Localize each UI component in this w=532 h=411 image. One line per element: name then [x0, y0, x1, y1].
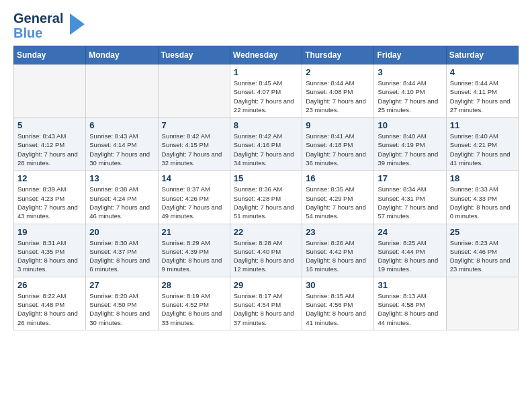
calendar-cell: 29Sunrise: 8:17 AMSunset: 4:54 PMDayligh… — [230, 277, 302, 330]
calendar-cell: 31Sunrise: 8:13 AMSunset: 4:58 PMDayligh… — [374, 277, 446, 330]
day-number: 1 — [234, 67, 298, 77]
day-number: 22 — [234, 227, 298, 237]
cell-info: Sunrise: 8:38 AMSunset: 4:24 PMDaylight:… — [89, 185, 154, 220]
calendar-cell: 14Sunrise: 8:37 AMSunset: 4:26 PMDayligh… — [158, 171, 230, 224]
cell-info: Sunrise: 8:33 AMSunset: 4:33 PMDaylight:… — [450, 185, 515, 220]
calendar-cell: 5Sunrise: 8:43 AMSunset: 4:12 PMDaylight… — [14, 118, 86, 171]
cell-info: Sunrise: 8:13 AMSunset: 4:58 PMDaylight:… — [378, 291, 442, 327]
cell-info: Sunrise: 8:25 AMSunset: 4:44 PMDaylight:… — [378, 238, 442, 274]
cell-info: Sunrise: 8:36 AMSunset: 4:28 PMDaylight:… — [234, 185, 298, 220]
day-header-friday: Friday — [374, 46, 446, 64]
day-number: 6 — [89, 120, 154, 130]
day-number: 15 — [234, 173, 298, 183]
calendar-cell: 22Sunrise: 8:28 AMSunset: 4:40 PMDayligh… — [230, 224, 302, 277]
day-number: 5 — [17, 120, 82, 130]
day-number: 21 — [162, 227, 226, 237]
cell-info: Sunrise: 8:42 AMSunset: 4:15 PMDaylight:… — [162, 132, 226, 167]
day-number: 18 — [450, 173, 515, 183]
cell-info: Sunrise: 8:40 AMSunset: 4:21 PMDaylight:… — [450, 132, 515, 167]
calendar-cell: 6Sunrise: 8:43 AMSunset: 4:14 PMDaylight… — [86, 118, 158, 171]
calendar-header: SundayMondayTuesdayWednesdayThursdayFrid… — [14, 46, 519, 64]
logo-icon — [67, 12, 86, 39]
cell-info: Sunrise: 8:39 AMSunset: 4:23 PMDaylight:… — [17, 185, 82, 220]
cell-info: Sunrise: 8:30 AMSunset: 4:37 PMDaylight:… — [89, 238, 154, 274]
day-number: 20 — [89, 227, 154, 237]
day-number: 9 — [306, 120, 370, 130]
cell-info: Sunrise: 8:23 AMSunset: 4:46 PMDaylight:… — [450, 238, 515, 274]
day-header-monday: Monday — [86, 46, 158, 64]
day-number: 16 — [306, 173, 370, 183]
day-header-saturday: Saturday — [446, 46, 518, 64]
calendar-cell: 12Sunrise: 8:39 AMSunset: 4:23 PMDayligh… — [14, 171, 86, 224]
calendar-cell: 13Sunrise: 8:38 AMSunset: 4:24 PMDayligh… — [86, 171, 158, 224]
day-number: 30 — [306, 280, 370, 290]
calendar-cell: 7Sunrise: 8:42 AMSunset: 4:15 PMDaylight… — [158, 118, 230, 171]
cell-info: Sunrise: 8:19 AMSunset: 4:52 PMDaylight:… — [162, 291, 226, 327]
cell-info: Sunrise: 8:26 AMSunset: 4:42 PMDaylight:… — [306, 238, 370, 274]
day-number: 17 — [378, 173, 442, 183]
cell-info: Sunrise: 8:17 AMSunset: 4:54 PMDaylight:… — [234, 291, 298, 327]
cell-info: Sunrise: 8:15 AMSunset: 4:56 PMDaylight:… — [306, 291, 370, 327]
cell-info: Sunrise: 8:41 AMSunset: 4:18 PMDaylight:… — [306, 132, 370, 167]
day-header-sunday: Sunday — [14, 46, 86, 64]
logo: General Blue — [13, 11, 86, 40]
calendar-cell: 4Sunrise: 8:44 AMSunset: 4:11 PMDaylight… — [446, 64, 518, 118]
calendar-cell: 24Sunrise: 8:25 AMSunset: 4:44 PMDayligh… — [374, 224, 446, 277]
cell-info: Sunrise: 8:29 AMSunset: 4:39 PMDaylight:… — [162, 238, 226, 274]
day-number: 31 — [378, 280, 442, 290]
calendar-cell: 28Sunrise: 8:19 AMSunset: 4:52 PMDayligh… — [158, 277, 230, 330]
day-number: 7 — [162, 120, 226, 130]
day-number: 3 — [378, 67, 442, 77]
calendar-cell: 23Sunrise: 8:26 AMSunset: 4:42 PMDayligh… — [302, 224, 374, 277]
calendar-cell — [158, 64, 230, 118]
day-number: 23 — [306, 227, 370, 237]
day-number: 14 — [162, 173, 226, 183]
calendar-cell: 3Sunrise: 8:44 AMSunset: 4:10 PMDaylight… — [374, 64, 446, 118]
calendar-cell: 26Sunrise: 8:22 AMSunset: 4:48 PMDayligh… — [14, 277, 86, 330]
day-header-tuesday: Tuesday — [158, 46, 230, 64]
cell-info: Sunrise: 8:44 AMSunset: 4:08 PMDaylight:… — [306, 79, 370, 114]
day-number: 2 — [306, 67, 370, 77]
calendar-cell: 1Sunrise: 8:45 AMSunset: 4:07 PMDaylight… — [230, 64, 302, 118]
calendar-cell: 19Sunrise: 8:31 AMSunset: 4:35 PMDayligh… — [14, 224, 86, 277]
calendar-cell: 11Sunrise: 8:40 AMSunset: 4:21 PMDayligh… — [446, 118, 518, 171]
cell-info: Sunrise: 8:34 AMSunset: 4:31 PMDaylight:… — [378, 185, 442, 220]
day-number: 19 — [17, 227, 82, 237]
cell-info: Sunrise: 8:43 AMSunset: 4:12 PMDaylight:… — [17, 132, 82, 167]
cell-info: Sunrise: 8:31 AMSunset: 4:35 PMDaylight:… — [17, 238, 82, 274]
day-number: 12 — [17, 173, 82, 183]
calendar-cell: 27Sunrise: 8:20 AMSunset: 4:50 PMDayligh… — [86, 277, 158, 330]
day-header-wednesday: Wednesday — [230, 46, 302, 64]
calendar-cell: 2Sunrise: 8:44 AMSunset: 4:08 PMDaylight… — [302, 64, 374, 118]
calendar-cell: 10Sunrise: 8:40 AMSunset: 4:19 PMDayligh… — [374, 118, 446, 171]
cell-info: Sunrise: 8:43 AMSunset: 4:14 PMDaylight:… — [89, 132, 154, 167]
calendar-cell: 25Sunrise: 8:23 AMSunset: 4:46 PMDayligh… — [446, 224, 518, 277]
header: General Blue — [13, 11, 519, 40]
day-number: 11 — [450, 120, 515, 130]
calendar-cell: 20Sunrise: 8:30 AMSunset: 4:37 PMDayligh… — [86, 224, 158, 277]
day-number: 10 — [378, 120, 442, 130]
cell-info: Sunrise: 8:20 AMSunset: 4:50 PMDaylight:… — [89, 291, 154, 327]
svg-marker-0 — [70, 13, 85, 35]
day-number: 29 — [234, 280, 298, 290]
day-number: 26 — [17, 280, 82, 290]
day-number: 28 — [162, 280, 226, 290]
cell-info: Sunrise: 8:35 AMSunset: 4:29 PMDaylight:… — [306, 185, 370, 220]
cell-info: Sunrise: 8:28 AMSunset: 4:40 PMDaylight:… — [234, 238, 298, 274]
calendar-cell — [446, 277, 518, 330]
day-number: 8 — [234, 120, 298, 130]
cell-info: Sunrise: 8:22 AMSunset: 4:48 PMDaylight:… — [17, 291, 82, 327]
day-header-thursday: Thursday — [302, 46, 374, 64]
cell-info: Sunrise: 8:44 AMSunset: 4:10 PMDaylight:… — [378, 79, 442, 114]
cell-info: Sunrise: 8:40 AMSunset: 4:19 PMDaylight:… — [378, 132, 442, 167]
cell-info: Sunrise: 8:45 AMSunset: 4:07 PMDaylight:… — [234, 79, 298, 114]
calendar-cell: 16Sunrise: 8:35 AMSunset: 4:29 PMDayligh… — [302, 171, 374, 224]
cell-info: Sunrise: 8:44 AMSunset: 4:11 PMDaylight:… — [450, 79, 515, 114]
calendar-cell: 17Sunrise: 8:34 AMSunset: 4:31 PMDayligh… — [374, 171, 446, 224]
calendar-cell: 15Sunrise: 8:36 AMSunset: 4:28 PMDayligh… — [230, 171, 302, 224]
day-number: 4 — [450, 67, 515, 77]
calendar-cell: 18Sunrise: 8:33 AMSunset: 4:33 PMDayligh… — [446, 171, 518, 224]
day-number: 27 — [89, 280, 154, 290]
day-number: 24 — [378, 227, 442, 237]
calendar-cell: 21Sunrise: 8:29 AMSunset: 4:39 PMDayligh… — [158, 224, 230, 277]
